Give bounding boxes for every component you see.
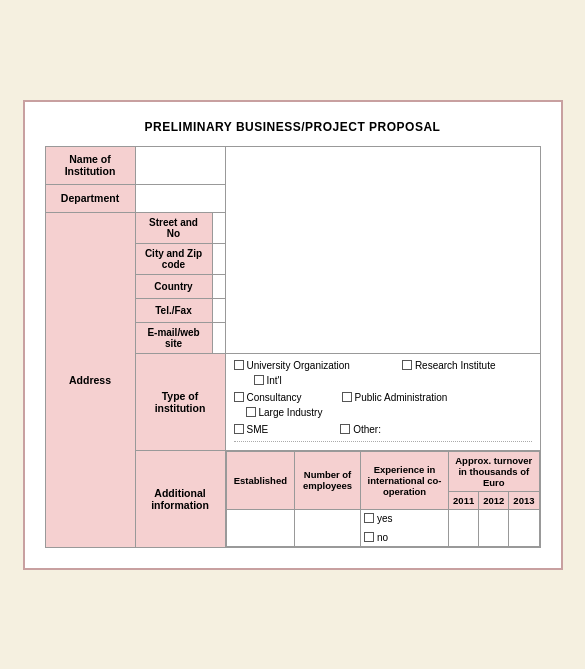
research-checkbox[interactable]: [402, 360, 412, 370]
large-industry-checkbox[interactable]: [246, 407, 256, 417]
year-2013-label: 2013: [509, 491, 539, 509]
yes-checkbox-item[interactable]: yes: [364, 513, 393, 524]
intl-label: Int'l: [267, 375, 282, 386]
country-value[interactable]: [212, 274, 225, 298]
consultancy-label: Consultancy: [247, 392, 302, 403]
public-admin-checkbox-item[interactable]: Public Administration: [342, 392, 448, 403]
department-label: Department: [45, 184, 135, 212]
email-web-value[interactable]: [212, 322, 225, 353]
yes-checkbox[interactable]: [364, 513, 374, 523]
consultancy-checkbox-item[interactable]: Consultancy: [234, 392, 302, 403]
name-institution-label: Name of Institution: [45, 146, 135, 184]
no-checkbox[interactable]: [364, 532, 374, 542]
year-2011-label: 2011: [449, 491, 479, 509]
established-value[interactable]: [226, 509, 295, 546]
other-checkbox-item[interactable]: Other:: [340, 424, 381, 435]
large-industry-label: Large Industry: [259, 407, 323, 418]
intl-checkbox[interactable]: [254, 375, 264, 385]
address-label: Address: [45, 212, 135, 547]
num-employees-label: Number of employees: [295, 451, 361, 509]
email-web-label: E-mail/web site: [136, 322, 213, 353]
type-institution-label: Type of institution: [135, 353, 225, 450]
sme-label: SME: [247, 424, 269, 435]
consultancy-checkbox[interactable]: [234, 392, 244, 402]
intl-checkbox-item[interactable]: Int'l: [254, 375, 282, 386]
research-label: Research Institute: [415, 360, 496, 371]
yes-no-cell: yes no: [360, 509, 448, 546]
other-checkbox[interactable]: [340, 424, 350, 434]
other-label: Other:: [353, 424, 381, 435]
no-label: no: [377, 532, 388, 543]
tel-fax-label: Tel./Fax: [136, 298, 213, 322]
public-admin-checkbox[interactable]: [342, 392, 352, 402]
public-admin-label: Public Administration: [355, 392, 448, 403]
established-label: Established: [226, 451, 295, 509]
yes-label: yes: [377, 513, 393, 524]
year-2012-label: 2012: [479, 491, 509, 509]
sme-checkbox-item[interactable]: SME: [234, 424, 269, 435]
no-checkbox-item[interactable]: no: [364, 532, 388, 543]
turnover-2012-value[interactable]: [479, 509, 509, 546]
num-employees-value[interactable]: [295, 509, 361, 546]
university-checkbox[interactable]: [234, 360, 244, 370]
additional-info-label: Additional information: [135, 450, 225, 547]
page-title: PRELIMINARY BUSINESS/PROJECT PROPOSAL: [45, 120, 541, 134]
street-label: Street and No: [136, 213, 213, 244]
tel-fax-value[interactable]: [212, 298, 225, 322]
dotted-divider: [234, 441, 532, 442]
turnover-2011-value[interactable]: [449, 509, 479, 546]
university-checkbox-item[interactable]: University Organization: [234, 360, 350, 371]
university-label: University Organization: [247, 360, 350, 371]
country-label: Country: [136, 274, 213, 298]
street-value[interactable]: [212, 213, 225, 244]
type-institution-options: University Organization Research Institu…: [226, 354, 540, 450]
research-checkbox-item[interactable]: Research Institute: [402, 360, 496, 371]
turnover-2013-value[interactable]: [509, 509, 539, 546]
city-zip-value[interactable]: [212, 243, 225, 274]
city-zip-label: City and Zip code: [136, 243, 213, 274]
approx-turnover-label: Approx. turnover in thousands of Euro: [449, 451, 539, 491]
sme-checkbox[interactable]: [234, 424, 244, 434]
experience-label: Experience in international co-operation: [360, 451, 448, 509]
large-industry-checkbox-item[interactable]: Large Industry: [246, 407, 323, 418]
name-institution-value[interactable]: [135, 146, 225, 184]
department-value[interactable]: [135, 184, 225, 212]
